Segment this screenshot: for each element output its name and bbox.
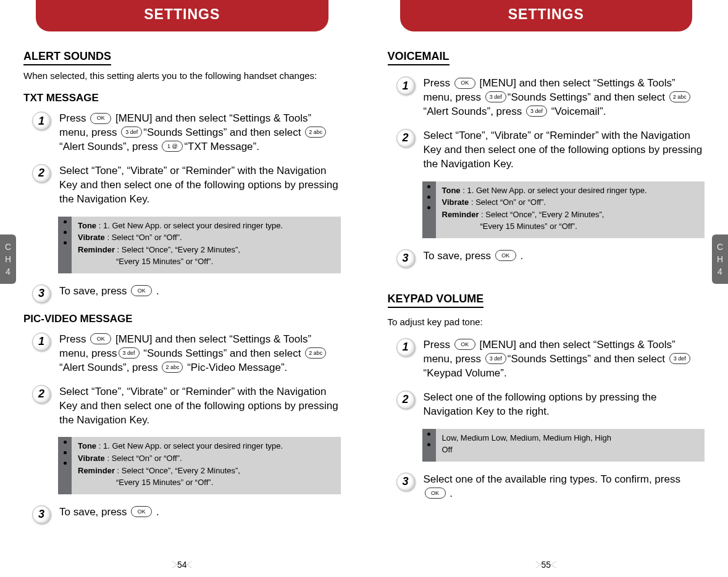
- page-num-decor-icon: [167, 561, 178, 568]
- page-number-55: 55: [533, 560, 559, 570]
- kp-step-3: 3 Select one of the available ring types…: [388, 473, 705, 501]
- key-2-icon: 2 abc: [669, 91, 690, 102]
- pic-step-1: 1 Press OK [MENU] and then select “Setti…: [23, 333, 341, 375]
- bullet-icon: [64, 462, 67, 465]
- note-gutter: [422, 181, 436, 238]
- keypad-volume-heading: KEYPAD VOLUME: [388, 293, 484, 308]
- step-number-icon: 1: [32, 333, 51, 351]
- vm-step-2: 2 Select “Tone”, “Vibrate” or “Reminder”…: [388, 129, 705, 172]
- vm-step-1-text: Press OK [MENU] and then select “Setting…: [424, 77, 705, 119]
- pic-step-2: 2 Select “Tone”, “Vibrate” or “Reminder”…: [23, 385, 341, 428]
- ok-key-icon: OK: [495, 250, 516, 261]
- kp-note-box: Low, Medium Low, Medium, Medium High, Hi…: [422, 429, 705, 462]
- manual-page-55: C H 4 SETTINGS VOICEMAIL 1 Press OK [MEN…: [364, 0, 729, 577]
- chapter-tab-c: C: [5, 242, 11, 252]
- vm-note-box: Tone : 1. Get New App. or select your de…: [422, 181, 705, 238]
- step-number-icon: 1: [32, 112, 51, 130]
- txt-note-box: Tone : 1. Get New App. or select your de…: [58, 217, 341, 273]
- txt-step-3-text: To save, press OK .: [59, 284, 341, 303]
- manual-page-54: C H 4 SETTINGS ALERT SOUNDS When selecte…: [0, 0, 364, 577]
- chapter-tab-h: H: [717, 254, 723, 264]
- vm-step-3-text: To save, press OK .: [424, 249, 705, 268]
- bullet-icon: [64, 451, 67, 454]
- kp-step-2: 2 Select one of the following options by…: [388, 391, 705, 419]
- key-3-icon: 3 def: [119, 347, 140, 359]
- chapter-tab-c: C: [717, 242, 723, 252]
- bullet-icon: [64, 220, 67, 223]
- chapter-tab-h: H: [5, 254, 11, 264]
- bullet-icon: [427, 443, 430, 446]
- page-num-decor-icon: [186, 561, 197, 568]
- ok-key-icon: OK: [425, 488, 446, 499]
- step-number-icon: 2: [396, 391, 415, 409]
- key-2-icon: 2 abc: [305, 347, 326, 359]
- note-gutter: [422, 429, 436, 462]
- vm-step-2-text: Select “Tone”, “Vibrate” or “Reminder” w…: [424, 129, 705, 172]
- bullet-icon: [427, 206, 430, 209]
- page-num-decor-icon: [531, 561, 542, 568]
- ok-key-icon: OK: [90, 333, 111, 344]
- bullet-icon: [427, 185, 430, 188]
- bullet-icon: [427, 196, 430, 199]
- voicemail-heading: VOICEMAIL: [388, 50, 450, 65]
- bullet-icon: [64, 441, 67, 444]
- page-num-decor-icon: [551, 561, 561, 568]
- pic-step-2-text: Select “Tone”, “Vibrate” or “Reminder” w…: [59, 385, 341, 428]
- step-number-icon: 2: [396, 129, 415, 147]
- step-number-icon: 3: [32, 284, 51, 303]
- bullet-icon: [64, 231, 67, 234]
- key-3-icon: 3 def: [526, 106, 547, 117]
- key-3-icon: 3 def: [485, 353, 506, 364]
- keypad-intro: To adjust key pad tone:: [388, 317, 705, 327]
- kp-step-2-text: Select one of the following options by p…: [424, 391, 705, 419]
- vm-step-1: 1 Press OK [MENU] and then select “Setti…: [388, 77, 705, 119]
- pic-note-box: Tone : 1. Get New App. or select your de…: [58, 437, 341, 494]
- txt-message-heading: TXT MESSAGE: [23, 92, 341, 104]
- txt-step-1: 1 Press OK [MENU] and then select “Setti…: [23, 112, 341, 154]
- alert-sounds-intro: When selected, this setting alerts you t…: [23, 70, 341, 81]
- key-2-icon: 2 abc: [305, 127, 326, 138]
- note-gutter: [58, 437, 72, 494]
- note-gutter: [58, 217, 72, 273]
- page-number-54: 54: [169, 560, 195, 570]
- alert-sounds-heading: ALERT SOUNDS: [23, 50, 111, 65]
- ok-key-icon: OK: [90, 113, 111, 124]
- kp-step-1-text: Press OK [MENU] and then select “Setting…: [424, 338, 705, 381]
- page-header: SETTINGS: [36, 0, 328, 31]
- pic-step-1-text: Press OK [MENU] and then select “Setting…: [59, 333, 341, 375]
- ok-key-icon: OK: [131, 506, 152, 517]
- pic-step-3-text: To save, press OK .: [59, 505, 341, 524]
- note-body: Tone : 1. Get New App. or select your de…: [72, 437, 341, 494]
- note-body: Tone : 1. Get New App. or select your de…: [72, 217, 341, 273]
- chapter-tab: C H 4: [0, 235, 16, 284]
- kp-step-1: 1 Press OK [MENU] and then select “Setti…: [388, 338, 705, 381]
- txt-step-3: 3 To save, press OK .: [23, 284, 341, 303]
- key-3-icon: 3 def: [669, 353, 690, 364]
- step-number-icon: 3: [32, 505, 51, 524]
- bullet-icon: [64, 241, 67, 244]
- step-number-icon: 2: [32, 164, 51, 183]
- ok-key-icon: OK: [454, 78, 475, 89]
- step-number-icon: 3: [396, 473, 415, 491]
- note-body: Tone : 1. Get New App. or select your de…: [436, 181, 705, 238]
- pic-video-heading: PIC-VIDEO MESSAGE: [23, 313, 341, 325]
- ok-key-icon: OK: [454, 339, 475, 350]
- key-3-icon: 3 def: [485, 91, 506, 102]
- step-number-icon: 1: [396, 338, 415, 357]
- txt-step-2: 2 Select “Tone”, “Vibrate” or “Reminder”…: [23, 164, 341, 207]
- ok-key-icon: OK: [131, 285, 152, 296]
- step-number-icon: 2: [32, 385, 51, 404]
- chapter-tab: C H 4: [712, 235, 728, 284]
- txt-step-1-text: Press OK [MENU] and then select “Setting…: [59, 112, 341, 154]
- txt-step-2-text: Select “Tone”, “Vibrate” or “Reminder” w…: [59, 164, 341, 207]
- bullet-icon: [427, 433, 430, 436]
- key-2-icon: 2 abc: [162, 362, 183, 373]
- page-header: SETTINGS: [400, 0, 693, 31]
- key-3-icon: 3 def: [121, 127, 142, 138]
- step-number-icon: 1: [396, 77, 415, 95]
- vm-step-3: 3 To save, press OK .: [388, 249, 705, 268]
- pic-step-3: 3 To save, press OK .: [23, 505, 341, 524]
- chapter-tab-num: 4: [6, 267, 10, 276]
- chapter-tab-num: 4: [718, 267, 722, 276]
- note-body: Low, Medium Low, Medium, Medium High, Hi…: [436, 429, 705, 462]
